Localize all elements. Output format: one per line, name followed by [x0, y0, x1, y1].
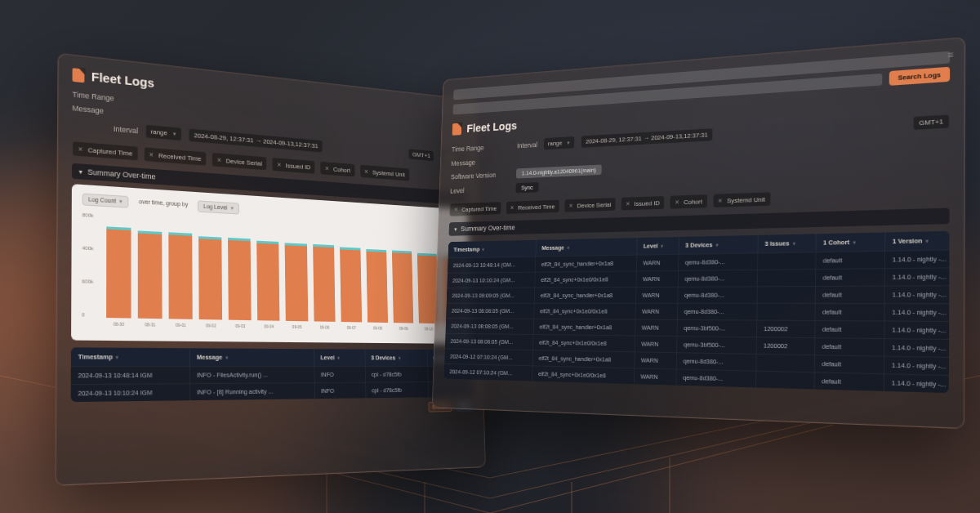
date-range-display[interactable]: 2024-08-29, 12:37:31 → 2024-09-13,12:37:…: [581, 127, 714, 149]
chip-captured-time[interactable]: Captured Time: [449, 201, 501, 216]
version-pill[interactable]: 1.14.0-nightly.a12040961(main): [516, 164, 602, 178]
cell-dev: cpl - d78c5fb: [366, 381, 429, 398]
cell-coh: default: [815, 337, 884, 356]
time-range-label: Time Range: [72, 90, 114, 102]
cell-coh: default: [816, 251, 885, 269]
cell-lvl: WARN: [636, 270, 679, 287]
column-header[interactable]: 3 Issues▾: [758, 234, 816, 252]
column-header[interactable]: 1 Cohort▾: [816, 232, 885, 252]
cell-msg: elf2t_84_sync+0x1e0/0x1e8: [535, 270, 637, 287]
chip-issued-id[interactable]: Issued ID: [621, 195, 666, 211]
summary-chart: Log Count over time, group by Log Level …: [71, 184, 471, 344]
chip-captured-time[interactable]: Captured Time: [72, 141, 138, 161]
cell-dev: qemu-8d380-...: [679, 252, 758, 270]
cell-lvl: INFO: [314, 366, 366, 382]
bar: [392, 250, 413, 323]
cell-coh: default: [815, 372, 884, 391]
menu-icon[interactable]: ≡: [947, 49, 953, 60]
cell-dev: qemu-8d380-...: [676, 368, 756, 387]
chart-group-select[interactable]: Log Level: [198, 200, 239, 214]
cell-ver: 1.14.0 - nightly -...: [885, 285, 950, 303]
interval-select[interactable]: range: [543, 136, 576, 150]
column-header[interactable]: Message▾: [190, 348, 314, 366]
time-range-label: Time Range: [452, 142, 512, 153]
logs-table-right: Timestamp▾Message▾Level▾3 Devices▾3 Issu…: [444, 231, 950, 393]
fleet-logs-panel-right: ≡ Search Logs Fleet Logs Time Range Inte…: [432, 37, 965, 429]
page-title: Fleet Logs: [466, 118, 517, 134]
chip-received-time[interactable]: Received Time: [506, 199, 560, 215]
cell-coh: default: [815, 355, 884, 373]
cell-iss: 1200002: [757, 337, 816, 355]
bar: [106, 226, 131, 318]
chip-issued-id[interactable]: Issued ID: [272, 157, 316, 175]
column-header[interactable]: 3 Devices▾: [365, 350, 428, 367]
cell-coh: default: [816, 303, 885, 321]
cell-dev: qemu-8d380-...: [678, 286, 758, 303]
cell-msg: elf2t_84_sync+0x1e0/0x1e8: [534, 303, 636, 319]
column-header[interactable]: 3 Devices▾: [679, 235, 758, 254]
cell-ver: 1.14.0 - nightly -...: [884, 373, 950, 393]
fleet-logs-panel-left: Fleet Logs Time Range Message Interval r…: [55, 52, 486, 485]
chart-metric-select[interactable]: Log Count: [82, 194, 129, 208]
tz-chip[interactable]: GMT+1: [408, 149, 434, 163]
interval-select[interactable]: range: [145, 124, 182, 141]
bar: [340, 247, 362, 322]
cell-coh: default: [815, 320, 884, 338]
chip-received-time[interactable]: Received Time: [144, 146, 207, 166]
sync-pill[interactable]: Sync: [515, 182, 538, 193]
column-header[interactable]: Message▾: [536, 238, 637, 256]
cell-msg: elf2t_84_sync_handler+0x1a8: [536, 255, 638, 272]
cell-msg: elf2t_84_sync_handler+0x1a8: [535, 287, 637, 303]
column-header[interactable]: Timestamp▾: [71, 347, 190, 366]
cell-dev: cpl - d78c5fb: [366, 366, 429, 382]
cell-dev: qemu-8d380-...: [679, 270, 758, 287]
chip-device-serial[interactable]: Device Serial: [564, 197, 617, 212]
chip-systemd-unit[interactable]: Systemd Unit: [712, 191, 771, 208]
chip-cohort[interactable]: Cohort: [320, 161, 355, 178]
page-title: Fleet Logs: [91, 69, 154, 90]
cell-ts: 2024-09-13 08:08:05 (GM...: [445, 333, 534, 350]
cell-iss: [756, 371, 815, 390]
search-logs-button[interactable]: Search Logs: [889, 67, 950, 86]
tz-label[interactable]: GMT+1: [913, 114, 950, 131]
cell-lvl: WARN: [636, 287, 679, 303]
cell-msg: INFO - [8] Running activity ...: [190, 382, 315, 400]
column-header[interactable]: Level▾: [637, 237, 679, 255]
cell-msg: INFO - FilesActivity.run() ...: [190, 366, 315, 383]
column-header[interactable]: 1 Version▾: [885, 231, 949, 251]
chart-group-label: over time, group by: [134, 196, 193, 212]
chip-systemd-unit[interactable]: Systemd Unit: [359, 164, 410, 182]
bar: [138, 230, 163, 319]
message-label: Message: [451, 157, 511, 167]
cell-msg: elf2t_84_sync_handler+0x1a8: [534, 319, 636, 336]
cell-ts: 2024-09-12 07:10:24 (GM...: [444, 364, 533, 381]
cell-ts: 2024-09-13 10:48:14 (GM...: [448, 256, 536, 273]
bar: [313, 244, 336, 322]
cell-ver: 1.14.0 - nightly -...: [885, 267, 950, 285]
document-icon: [452, 123, 462, 135]
y-axis: 800k 400k 600k 0: [82, 212, 93, 318]
cell-ver: 1.14.0 - nightly -...: [884, 321, 949, 340]
cell-ver: 1.14.0 - nightly -...: [885, 249, 950, 268]
column-header[interactable]: Timestamp▾: [448, 240, 537, 258]
cell-ver: 1.14.0 - nightly -...: [884, 338, 949, 357]
chip-cohort[interactable]: Cohort: [670, 194, 708, 209]
cell-lvl: WARN: [635, 351, 677, 368]
cell-lvl: WARN: [636, 303, 679, 319]
cell-iss: [757, 303, 816, 320]
cell-ver: 1.14.0 - nightly -...: [884, 303, 949, 321]
level-label: Level: [450, 185, 510, 194]
cell-msg: elf2t_84_sync+0x1e0/0x1e8: [532, 365, 635, 384]
logs-table-left: Timestamp▾Message▾Level▾3 Devices▾0 Issu…: [71, 347, 473, 402]
bar: [228, 238, 252, 320]
cell-msg: elf2t_84_sync+0x1e0/0x1e8: [533, 334, 635, 351]
cell-ts: 2024-09-13 09:09:05 (GM...: [447, 288, 535, 303]
cell-lvl: WARN: [635, 319, 678, 336]
cell-lvl: WARN: [635, 368, 677, 385]
cell-ts: 2024-09-13 08:08:05 (GM...: [446, 303, 535, 319]
message-label: Message: [72, 104, 104, 115]
cell-lvl: INFO: [315, 382, 367, 399]
chip-device-serial[interactable]: Device Serial: [212, 152, 268, 171]
column-header[interactable]: Level▾: [314, 349, 366, 366]
cell-iss: 1200002: [757, 320, 816, 337]
